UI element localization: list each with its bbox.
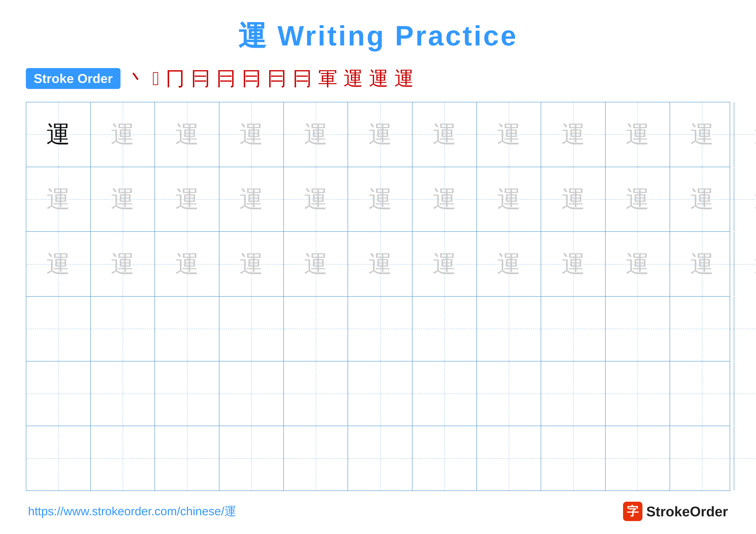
practice-char: 運 xyxy=(626,188,649,211)
grid-cell-3-11[interactable]: 運 xyxy=(670,232,735,296)
grid-cell-6-3[interactable] xyxy=(155,426,219,491)
grid-cell-1-3[interactable]: 運 xyxy=(155,102,219,167)
practice-char: 運 xyxy=(690,252,714,276)
grid-cell-3-2[interactable]: 運 xyxy=(91,232,155,296)
grid-cell-5-7[interactable] xyxy=(413,362,477,426)
stroke-8: 冃 xyxy=(293,69,312,88)
grid-cell-5-11[interactable] xyxy=(670,362,735,426)
page: 運 Writing Practice Stroke Order 丶 𠃋 冂 冃 … xyxy=(0,0,756,534)
stroke-2: 𠃋 xyxy=(152,69,159,88)
practice-char: 運 xyxy=(46,123,70,146)
grid-cell-6-4[interactable] xyxy=(219,426,284,491)
practice-char: 運 xyxy=(497,188,521,211)
grid-cell-2-6[interactable]: 運 xyxy=(348,167,413,232)
grid-cell-5-5[interactable] xyxy=(284,362,348,426)
grid-cell-6-5[interactable] xyxy=(284,426,348,491)
grid-cell-1-2[interactable]: 運 xyxy=(91,102,155,167)
grid-cell-4-1[interactable] xyxy=(26,297,91,361)
grid-cell-2-2[interactable]: 運 xyxy=(91,167,155,232)
grid-cell-4-3[interactable] xyxy=(155,297,219,361)
footer-logo: 字 StrokeOrder xyxy=(623,502,728,521)
grid-cell-3-5[interactable]: 運 xyxy=(284,232,348,296)
practice-char: 運 xyxy=(433,188,456,211)
grid-cell-1-6[interactable]: 運 xyxy=(348,102,413,167)
grid-cell-3-3[interactable]: 運 xyxy=(155,232,219,296)
grid-cell-1-8[interactable]: 運 xyxy=(477,102,541,167)
grid-cell-5-3[interactable] xyxy=(155,362,219,426)
grid-cell-5-12[interactable] xyxy=(734,362,756,426)
grid-cell-2-12[interactable]: 運 xyxy=(734,167,756,232)
grid-cell-2-5[interactable]: 運 xyxy=(284,167,348,232)
grid-cell-5-10[interactable] xyxy=(606,362,670,426)
grid-cell-4-4[interactable] xyxy=(219,297,284,361)
practice-char: 運 xyxy=(626,252,649,276)
grid-cell-6-9[interactable] xyxy=(541,426,606,491)
grid-cell-4-7[interactable] xyxy=(413,297,477,361)
grid-cell-3-10[interactable]: 運 xyxy=(606,232,670,296)
grid-cell-6-11[interactable] xyxy=(670,426,735,491)
grid-cell-3-1[interactable]: 運 xyxy=(26,232,91,296)
grid-cell-3-9[interactable]: 運 xyxy=(541,232,606,296)
grid-cell-3-7[interactable]: 運 xyxy=(413,232,477,296)
practice-char: 運 xyxy=(175,188,199,211)
grid-cell-1-10[interactable]: 運 xyxy=(606,102,670,167)
practice-char: 運 xyxy=(111,123,134,146)
grid-cell-5-8[interactable] xyxy=(477,362,541,426)
grid-cell-2-10[interactable]: 運 xyxy=(606,167,670,232)
grid-cell-1-11[interactable]: 運 xyxy=(670,102,735,167)
stroke-sequence: 丶 𠃋 冂 冃 冃 冃 冃 冃 軍 運 運 運 xyxy=(127,69,414,88)
grid-cell-2-1[interactable]: 運 xyxy=(26,167,91,232)
grid-cell-6-7[interactable] xyxy=(413,426,477,491)
grid-cell-4-9[interactable] xyxy=(541,297,606,361)
grid-cell-4-12[interactable] xyxy=(734,297,756,361)
grid-cell-5-2[interactable] xyxy=(91,362,155,426)
grid-cell-2-8[interactable]: 運 xyxy=(477,167,541,232)
grid-cell-6-1[interactable] xyxy=(26,426,91,491)
grid-cell-1-1[interactable]: 運 xyxy=(26,102,91,167)
grid-cell-1-4[interactable]: 運 xyxy=(219,102,284,167)
practice-char: 運 xyxy=(368,252,392,276)
grid-cell-3-12[interactable]: 運 xyxy=(734,232,756,296)
grid-cell-2-11[interactable]: 運 xyxy=(670,167,735,232)
grid-cell-2-9[interactable]: 運 xyxy=(541,167,606,232)
grid-cell-4-2[interactable] xyxy=(91,297,155,361)
grid-cell-1-7[interactable]: 運 xyxy=(413,102,477,167)
stroke-order-row: Stroke Order 丶 𠃋 冂 冃 冃 冃 冃 冃 軍 運 運 運 xyxy=(26,68,730,89)
grid-cell-5-9[interactable] xyxy=(541,362,606,426)
practice-char: 運 xyxy=(111,252,134,276)
practice-char: 運 xyxy=(368,188,392,211)
stroke-10: 運 xyxy=(343,69,363,88)
grid-cell-6-12[interactable] xyxy=(734,426,756,491)
grid-cell-3-8[interactable]: 運 xyxy=(477,232,541,296)
grid-cell-4-5[interactable] xyxy=(284,297,348,361)
grid-cell-1-9[interactable]: 運 xyxy=(541,102,606,167)
grid-cell-2-7[interactable]: 運 xyxy=(413,167,477,232)
grid-cell-1-5[interactable]: 運 xyxy=(284,102,348,167)
grid-cell-3-6[interactable]: 運 xyxy=(348,232,413,296)
grid-cell-5-1[interactable] xyxy=(26,362,91,426)
grid-cell-4-8[interactable] xyxy=(477,297,541,361)
grid-cell-4-10[interactable] xyxy=(606,297,670,361)
grid-cell-2-3[interactable]: 運 xyxy=(155,167,219,232)
grid-cell-4-11[interactable] xyxy=(670,297,735,361)
footer-url[interactable]: https://www.strokeorder.com/chinese/運 xyxy=(28,503,236,519)
practice-char: 運 xyxy=(368,123,392,146)
grid-cell-2-4[interactable]: 運 xyxy=(219,167,284,232)
grid-cell-1-12[interactable]: 運 xyxy=(734,102,756,167)
grid-cell-6-10[interactable] xyxy=(606,426,670,491)
practice-char: 運 xyxy=(304,188,328,211)
grid-cell-4-6[interactable] xyxy=(348,297,413,361)
practice-char: 運 xyxy=(754,252,756,276)
practice-char: 運 xyxy=(239,188,263,211)
grid-cell-6-6[interactable] xyxy=(348,426,413,491)
grid-cell-6-8[interactable] xyxy=(477,426,541,491)
grid-cell-6-2[interactable] xyxy=(91,426,155,491)
practice-char: 運 xyxy=(46,188,70,211)
stroke-12: 運 xyxy=(394,69,414,88)
stroke-4: 冃 xyxy=(191,69,210,88)
stroke-7: 冃 xyxy=(267,69,286,88)
grid-cell-5-6[interactable] xyxy=(348,362,413,426)
grid-cell-3-4[interactable]: 運 xyxy=(219,232,284,296)
practice-char: 運 xyxy=(626,123,649,146)
grid-cell-5-4[interactable] xyxy=(219,362,284,426)
